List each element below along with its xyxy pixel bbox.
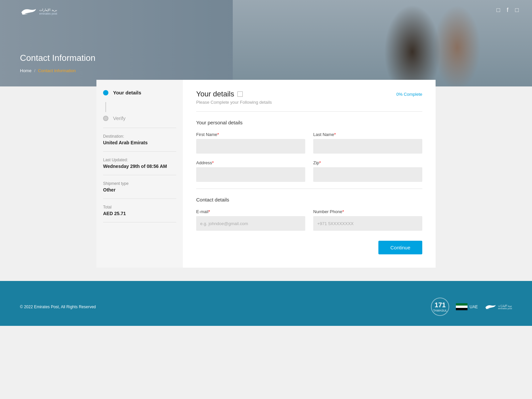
step-2-label: Verify	[113, 115, 126, 121]
menu-icon[interactable]: f	[507, 7, 508, 14]
contact-row: E-mail* Number Phone*	[196, 209, 422, 231]
contact-section-title: Contact details	[196, 197, 422, 202]
address-label-text: Address	[196, 160, 212, 165]
form-divider-1	[196, 111, 422, 112]
last-name-label-text: Last Name	[313, 132, 334, 137]
footer-logo-english: emirates post	[498, 307, 512, 310]
phone-required: *	[342, 209, 344, 214]
personal-section-title: Your personal details	[196, 120, 422, 125]
email-required: *	[208, 209, 210, 214]
shipment-type-label: Shipment type	[103, 181, 176, 186]
address-required: *	[212, 160, 214, 165]
phone-input[interactable]	[313, 216, 422, 231]
logo-text: بريد الإمارات emirates post	[39, 8, 57, 16]
email-input[interactable]	[196, 216, 305, 231]
total-label: Total	[103, 205, 176, 209]
zip-input[interactable]	[313, 167, 422, 182]
step-1-label: Your details	[113, 90, 141, 95]
footer-bird-icon	[484, 303, 496, 311]
last-updated-block: Last Updated: Wednesday 29th of 08:56 AM	[103, 158, 176, 169]
logo-english: emirates post	[39, 12, 57, 16]
hero-image	[233, 0, 532, 86]
uae-flag-green	[456, 303, 467, 306]
uae-flag-white	[456, 306, 467, 308]
form-header: Your details 0% Complete	[196, 90, 422, 98]
shipment-type-value: Other	[103, 187, 176, 193]
header-icons: □ f □	[496, 7, 519, 14]
step-1-item: Your details	[103, 90, 176, 95]
form-title: Your details	[196, 90, 234, 98]
logo-bird-icon	[20, 7, 37, 17]
emirates-post-footer-logo: بريد الإمارات emirates post	[484, 303, 512, 311]
first-name-required: *	[217, 132, 219, 137]
footer-logo-arabic: بريد الإمارات	[498, 304, 512, 307]
form-title-row: Your details	[196, 90, 243, 98]
hero-section: بريد الإمارات emirates post □ f □ Contac…	[0, 0, 532, 86]
address-label: Address*	[196, 160, 305, 165]
phone-label: Number Phone*	[313, 209, 422, 214]
tawasul-number: 171	[435, 301, 446, 309]
step-2-dot	[103, 116, 108, 121]
zip-label: Zip*	[313, 160, 422, 165]
page-title: Contact Information	[20, 53, 95, 63]
form-panel: Your details 0% Complete Please Complete…	[183, 80, 436, 268]
breadcrumb-separator: /	[34, 68, 36, 73]
sidebar-divider-1	[103, 128, 176, 128]
address-row: Address* Zip*	[196, 160, 422, 182]
last-updated-label: Last Updated:	[103, 158, 176, 162]
address-group: Address*	[196, 160, 305, 182]
total-value: AED 25.71	[103, 211, 176, 216]
uae-flag-black	[456, 308, 467, 310]
last-name-group: Last Name*	[313, 132, 422, 154]
hero-silhouette	[233, 0, 532, 86]
tawasul-logo: 171 TAWASUL	[431, 298, 449, 316]
footer-bottom: © 2022 Emirates Post, All Rights Reserve…	[20, 298, 512, 316]
first-name-label: First Name*	[196, 132, 305, 137]
breadcrumb-home-link[interactable]: Home	[20, 68, 32, 73]
sidebar-divider-2	[103, 151, 176, 152]
name-row: First Name* Last Name*	[196, 132, 422, 154]
zip-group: Zip*	[313, 160, 422, 182]
complete-label: Complete	[404, 92, 422, 97]
shipment-type-block: Shipment type Other	[103, 181, 176, 193]
complete-badge: 0% Complete	[396, 92, 422, 97]
complete-percent: 0%	[396, 92, 403, 97]
search-icon[interactable]: □	[496, 7, 500, 14]
sidebar-divider-4	[103, 199, 176, 199]
destination-label: Destination:	[103, 134, 176, 139]
email-label: E-mail*	[196, 209, 305, 214]
form-title-checkbox[interactable]	[237, 91, 243, 97]
first-name-label-text: First Name	[196, 132, 217, 137]
form-actions: Continue	[196, 241, 422, 254]
footer-copyright: © 2022 Emirates Post, All Rights Reserve…	[20, 305, 96, 309]
address-input[interactable]	[196, 167, 305, 182]
breadcrumb: Home / Contact Information	[20, 68, 76, 73]
footer: © 2022 Emirates Post, All Rights Reserve…	[0, 281, 532, 326]
first-name-input[interactable]	[196, 139, 305, 154]
sidebar-divider-5	[103, 222, 176, 222]
last-name-input[interactable]	[313, 139, 422, 154]
destination-block: Destination: United Arab Emirats	[103, 134, 176, 145]
logo[interactable]: بريد الإمارات emirates post	[20, 7, 57, 17]
uae-label: UAE	[469, 305, 478, 309]
zip-label-text: Zip	[313, 160, 319, 165]
last-updated-value: Wednesday 29th of 08:56 AM	[103, 164, 176, 169]
sidebar: Your details Verify Destination: United …	[96, 80, 183, 268]
contact-divider	[196, 189, 422, 189]
total-block: Total AED 25.71	[103, 205, 176, 216]
sidebar-divider-3	[103, 175, 176, 175]
continue-button[interactable]: Continue	[378, 241, 422, 254]
last-name-required: *	[334, 132, 336, 137]
form-subtitle: Please Complete your Following details	[196, 100, 422, 105]
footer-logos: 171 TAWASUL UAE بريد الإمارات emirat	[431, 298, 512, 316]
main-content: Your details Verify Destination: United …	[76, 80, 456, 268]
step-1-dot	[103, 90, 108, 95]
tawasul-label: TAWASUL	[433, 309, 447, 312]
destination-value: United Arab Emirats	[103, 140, 176, 145]
first-name-group: First Name*	[196, 132, 305, 154]
breadcrumb-current: Contact Information	[38, 68, 75, 73]
email-label-text: E-mail	[196, 209, 208, 214]
uae-logo: UAE	[456, 303, 478, 311]
step-connector	[105, 102, 106, 112]
grid-icon[interactable]: □	[515, 7, 519, 14]
